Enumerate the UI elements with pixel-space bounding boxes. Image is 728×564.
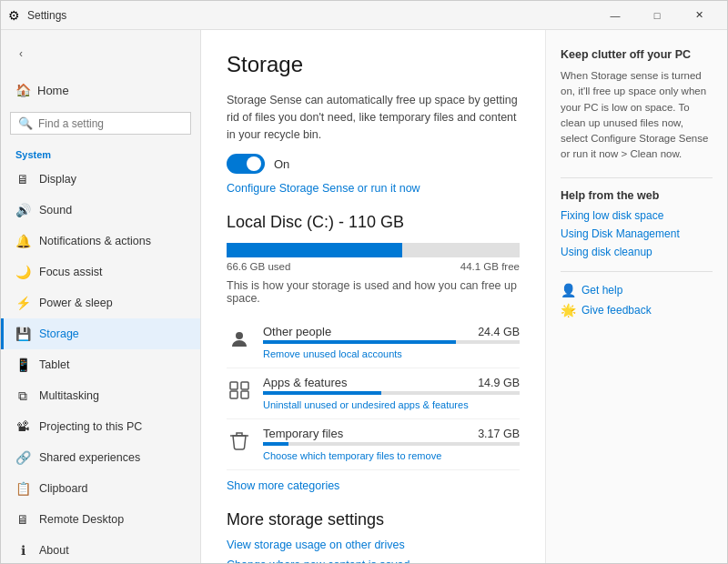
help-link-2[interactable]: Using disk cleanup: [561, 246, 713, 258]
search-box: 🔍: [10, 112, 191, 135]
clipboard-icon: 📋: [15, 481, 30, 496]
storage-item-top: Other people 24.4 GB: [263, 325, 520, 338]
disk-free-label: 44.1 GB free: [460, 261, 520, 272]
svg-rect-1: [230, 382, 238, 389]
notifications-icon: 🔔: [15, 234, 30, 248]
storage-item-size: 24.4 GB: [478, 326, 520, 338]
storage-sense-toggle[interactable]: [227, 154, 265, 174]
storage-item-sub[interactable]: Choose which temporary files to remove: [263, 450, 441, 461]
support-section: 👤 Get help 🌟 Give feedback: [561, 283, 713, 317]
help-link-label: Using disk cleanup: [561, 246, 652, 258]
storage-item-other-people: Other people 24.4 GB Remove unused local…: [227, 317, 520, 368]
apps-icon: [227, 378, 252, 403]
sidebar-item-sound[interactable]: 🔊 Sound: [1, 195, 200, 226]
titlebar-controls: — □ ✕: [594, 1, 720, 30]
sidebar-item-storage[interactable]: 💾 Storage: [1, 318, 200, 349]
sidebar-item-multitasking[interactable]: ⧉ Multitasking: [1, 380, 200, 411]
display-icon: 🖥: [15, 172, 30, 186]
storage-item-name: Apps & features: [263, 376, 348, 389]
sidebar-item-power[interactable]: ⚡ Power & sleep: [1, 287, 200, 318]
storage-item-apps: Apps & features 14.9 GB Uninstall unused…: [227, 368, 520, 419]
minimize-button[interactable]: —: [594, 1, 636, 30]
storage-item-temp: Temporary files 3.17 GB Choose which tem…: [227, 419, 520, 470]
configure-link[interactable]: Configure Storage Sense or run it now: [227, 182, 420, 195]
give-feedback-icon: 🌟: [561, 303, 576, 317]
main-content: Storage Storage Sense can automatically …: [201, 30, 545, 563]
storage-item-info: Apps & features 14.9 GB Uninstall unused…: [263, 376, 520, 411]
sound-icon: 🔊: [15, 203, 30, 217]
show-more-link[interactable]: Show more categories: [227, 479, 339, 492]
svg-rect-4: [241, 391, 248, 398]
settings-icon: ⚙: [8, 8, 20, 23]
storage-item-bar: [263, 340, 520, 344]
power-icon: ⚡: [15, 296, 30, 310]
sidebar-item-display[interactable]: 🖥 Display: [1, 164, 200, 195]
help-section: Help from the web Fixing low disk space …: [561, 189, 713, 258]
home-icon: 🏠: [15, 83, 30, 97]
sidebar-section-label: System: [1, 140, 200, 164]
projecting-icon: 📽: [15, 419, 30, 434]
svg-rect-3: [230, 391, 238, 398]
sidebar-item-label: Clipboard: [39, 482, 88, 495]
back-button[interactable]: ‹: [8, 41, 34, 66]
sidebar-item-label: Notifications & actions: [39, 235, 151, 247]
sidebar-item-shared[interactable]: 🔗 Shared experiences: [1, 442, 200, 473]
disk-bar-used: [227, 243, 402, 257]
disk-bar: [227, 243, 520, 257]
sidebar-item-label: Remote Desktop: [39, 513, 124, 526]
storage-item-size: 3.17 GB: [478, 428, 520, 440]
settings-window: ⚙ Settings — □ ✕ ‹ 🏠 Home 🔍 System: [0, 0, 728, 564]
give-feedback-link[interactable]: 🌟 Give feedback: [561, 303, 713, 317]
storage-item-size: 14.9 GB: [478, 377, 520, 389]
disk-bar-container: [227, 243, 520, 257]
storage-item-top: Apps & features 14.9 GB: [263, 376, 520, 389]
storage-item-bar: [263, 391, 520, 395]
give-feedback-label: Give feedback: [581, 304, 652, 317]
sidebar-item-tablet[interactable]: 📱 Tablet: [1, 349, 200, 380]
other-people-icon: [227, 327, 252, 352]
more-settings-link-0[interactable]: View storage usage on other drives: [227, 539, 520, 551]
sidebar-item-home[interactable]: 🏠 Home: [1, 74, 200, 106]
shared-icon: 🔗: [15, 450, 30, 465]
tablet-icon: 📱: [15, 358, 30, 372]
maximize-button[interactable]: □: [636, 1, 678, 30]
sidebar-item-label: Projecting to this PC: [39, 420, 142, 433]
multitasking-icon: ⧉: [15, 388, 30, 403]
storage-item-sub[interactable]: Remove unused local accounts: [263, 348, 402, 359]
get-help-link[interactable]: 👤 Get help: [561, 283, 713, 297]
help-title: Help from the web: [561, 189, 713, 202]
sidebar-item-label: Storage: [39, 327, 79, 340]
sidebar-item-label: Display: [39, 173, 76, 186]
page-title: Storage: [227, 52, 520, 77]
toggle-label: On: [274, 157, 289, 171]
get-help-icon: 👤: [561, 283, 576, 297]
sidebar: ‹ 🏠 Home 🔍 System 🖥 Display 🔊 Sound 🔔: [1, 30, 201, 563]
storage-item-name: Other people: [263, 325, 331, 338]
more-settings-link-1[interactable]: Change where new content is saved: [227, 559, 520, 563]
get-help-label: Get help: [581, 284, 622, 297]
sidebar-item-focus[interactable]: 🌙 Focus assist: [1, 257, 200, 287]
sidebar-item-remote[interactable]: 🖥 Remote Desktop: [1, 504, 200, 535]
close-button[interactable]: ✕: [678, 1, 720, 30]
search-input[interactable]: [38, 117, 183, 130]
keep-clutter-title: Keep clutter off your PC: [561, 48, 713, 61]
storage-item-bar-fill: [263, 442, 288, 446]
disk-section-title: Local Disc (C:) - 110 GB: [227, 213, 520, 232]
sidebar-item-clipboard[interactable]: 📋 Clipboard: [1, 473, 200, 504]
remote-icon: 🖥: [15, 512, 30, 527]
storage-item-sub[interactable]: Uninstall unused or undesired apps & fea…: [263, 399, 469, 410]
sidebar-item-about[interactable]: ℹ About: [1, 535, 200, 563]
help-link-0[interactable]: Fixing low disk space: [561, 209, 713, 222]
storage-item-bar-fill: [263, 340, 456, 344]
keep-clutter-section: Keep clutter off your PC When Storage se…: [561, 48, 713, 163]
disk-bar-labels: 66.6 GB used 44.1 GB free: [227, 261, 520, 272]
right-panel: Keep clutter off your PC When Storage se…: [545, 30, 727, 563]
storage-icon: 💾: [15, 327, 30, 341]
sidebar-item-projecting[interactable]: 📽 Projecting to this PC: [1, 411, 200, 442]
help-link-1[interactable]: Using Disk Management: [561, 227, 713, 240]
sidebar-item-label: Power & sleep: [39, 297, 113, 309]
sidebar-item-label: Shared experiences: [39, 451, 140, 464]
sidebar-item-notifications[interactable]: 🔔 Notifications & actions: [1, 226, 200, 257]
about-icon: ℹ: [15, 543, 30, 558]
sidebar-item-label: Tablet: [39, 358, 69, 371]
